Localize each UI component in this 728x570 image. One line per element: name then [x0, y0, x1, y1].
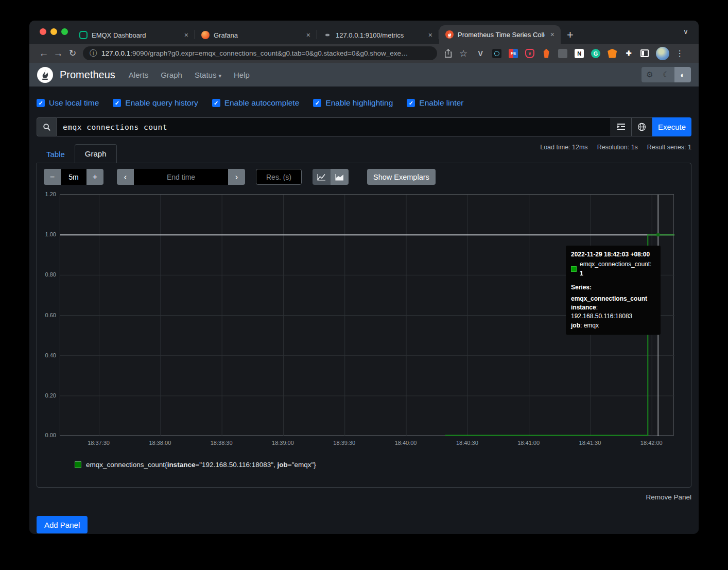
query-history-icon[interactable]	[611, 117, 632, 136]
close-tab-icon[interactable]: ×	[549, 30, 556, 39]
tab-table[interactable]: Table	[37, 145, 75, 163]
checkbox-checked-icon[interactable]: ✓	[407, 99, 415, 107]
reload-icon[interactable]: ↻	[65, 48, 80, 59]
x-axis-tick-label: 18:39:30	[333, 440, 355, 446]
checkbox-checked-icon[interactable]: ✓	[113, 99, 121, 107]
tooltip-value-row: emqx_connections_count: 1	[571, 260, 655, 278]
checkbox-checked-icon[interactable]: ✓	[313, 99, 321, 107]
resolution-input[interactable]	[256, 169, 302, 185]
back-icon[interactable]: ←	[37, 48, 51, 59]
profile-avatar[interactable]	[656, 47, 669, 60]
tooltip-instance: instance: 192.168.50.116:18083	[571, 303, 655, 321]
option-enable-highlighting[interactable]: ✓Enable highlighting	[313, 98, 393, 108]
query-expression-input[interactable]	[57, 117, 611, 136]
nav-help[interactable]: Help	[234, 71, 250, 79]
x-axis-tick-label: 18:40:00	[395, 440, 417, 446]
lighthouse-icon[interactable]	[542, 49, 551, 58]
tab-node-metrics[interactable]: 127.0.0.1:9100/metrics ×	[317, 26, 439, 44]
forward-icon[interactable]: →	[51, 48, 65, 59]
x-axis-tick-label: 18:38:30	[211, 440, 233, 446]
pocket-icon[interactable]: ∨	[525, 49, 534, 58]
option-enable-linter[interactable]: ✓Enable linter	[407, 98, 463, 108]
tab-title: Grafana	[214, 31, 301, 39]
browser-window: EMQX Dashboard × Grafana × 127.0.0.1:910…	[29, 21, 699, 534]
react-devtools-icon[interactable]	[492, 49, 501, 58]
tab-graph[interactable]: Graph	[75, 144, 117, 163]
tab-title: EMQX Dashboard	[92, 31, 179, 39]
chevron-down-icon: ▾	[218, 73, 221, 79]
bookmark-star-icon[interactable]: ☆	[459, 48, 467, 59]
vue-devtools-icon[interactable]: V	[476, 49, 485, 58]
end-time-input[interactable]	[134, 169, 228, 185]
y-axis-tick-label: 1.20	[37, 191, 56, 197]
time-forward-button[interactable]: ›	[228, 169, 245, 185]
tooltip-job: job: emqx	[571, 321, 655, 330]
nav-graph[interactable]: Graph	[161, 71, 182, 79]
grammarly-icon[interactable]: G	[591, 49, 600, 58]
fe-extension-icon[interactable]: FE	[509, 49, 518, 58]
execute-button[interactable]: Execute	[652, 117, 691, 136]
remove-panel-link[interactable]: Remove Panel	[646, 493, 691, 501]
browser-tabs: EMQX Dashboard × Grafana × 127.0.0.1:910…	[73, 21, 574, 44]
url-host: 127.0.0.1	[101, 49, 130, 57]
tooltip-swatch-icon	[571, 266, 577, 272]
chart-tooltip: 2022-11-29 18:42:03 +08:00 emqx_connecti…	[566, 246, 661, 335]
share-icon[interactable]	[444, 49, 452, 58]
emqx-favicon-icon	[79, 31, 88, 39]
tab-prometheus-active[interactable]: Prometheus Time Series Collec ×	[439, 25, 561, 44]
notion-icon[interactable]: N	[575, 49, 584, 58]
brand-title: Prometheus	[60, 69, 115, 81]
auto-theme-contrast-icon[interactable]: ◐	[674, 67, 691, 82]
tooltip-timestamp: 2022-11-29 18:42:03 +08:00	[571, 250, 655, 259]
url-path: :9090/graph?g0.expr=emqx_connections_cou…	[130, 49, 408, 57]
link-favicon-icon	[323, 31, 332, 39]
range-increase-button[interactable]: +	[86, 169, 103, 185]
browser-menu-icon[interactable]: ⋮	[675, 48, 684, 58]
checkbox-checked-icon[interactable]: ✓	[37, 99, 45, 107]
tab-grafana[interactable]: Grafana ×	[195, 26, 317, 44]
close-window-button[interactable]	[40, 28, 46, 35]
add-panel-button[interactable]: Add Panel	[37, 516, 88, 533]
end-time-picker: ‹ ›	[117, 169, 245, 185]
sidebar-toggle-icon[interactable]	[640, 49, 649, 57]
address-bar[interactable]: ⓘ 127.0.0.1:9090/graph?g0.expr=emqx_conn…	[83, 46, 437, 60]
prometheus-favicon-icon	[445, 30, 454, 39]
time-back-button[interactable]: ‹	[117, 169, 134, 185]
extensions-puzzle-icon[interactable]: ✚	[624, 49, 633, 58]
nav-status-dropdown[interactable]: Status▾	[195, 71, 221, 79]
chart-type-toggle	[313, 169, 349, 185]
option-use-local-time[interactable]: ✓Use local time	[37, 98, 99, 108]
disabled-extension-icon[interactable]	[558, 49, 567, 58]
option-enable-query-history[interactable]: ✓Enable query history	[113, 98, 198, 108]
tab-title: 127.0.0.1:9100/metrics	[336, 31, 423, 39]
legend-swatch-icon	[75, 461, 81, 468]
minimize-window-button[interactable]	[50, 28, 57, 35]
tab-search-chevron-icon[interactable]: ∨	[683, 27, 688, 36]
window-controls	[40, 28, 68, 35]
load-time: Load time: 12ms	[540, 144, 587, 151]
metrics-explorer-globe-icon[interactable]	[632, 117, 652, 136]
maximize-window-button[interactable]	[61, 28, 68, 35]
dark-theme-moon-icon[interactable]: ☾	[658, 67, 674, 82]
close-tab-icon[interactable]: ×	[305, 31, 311, 39]
close-tab-icon[interactable]: ×	[427, 31, 434, 39]
tab-emqx-dashboard[interactable]: EMQX Dashboard ×	[73, 26, 195, 44]
line-chart-icon[interactable]	[313, 169, 331, 185]
remove-panel-row: Remove Panel	[29, 488, 699, 503]
x-axis-tick-label: 18:37:30	[88, 440, 110, 446]
chart-legend[interactable]: emqx_connections_count{instance="192.168…	[75, 461, 316, 469]
settings-gear-icon[interactable]: ⚙	[642, 67, 658, 82]
nav-alerts[interactable]: Alerts	[129, 71, 148, 79]
close-tab-icon[interactable]: ×	[183, 31, 189, 39]
page-info-icon[interactable]: ⓘ	[90, 49, 97, 58]
new-tab-button[interactable]: +	[567, 30, 574, 40]
stacked-chart-icon[interactable]	[331, 169, 349, 185]
option-enable-autocomplete[interactable]: ✓Enable autocomplete	[212, 98, 300, 108]
y-axis-tick-label: 0.00	[37, 432, 56, 438]
range-value-input[interactable]	[61, 169, 86, 185]
metamask-icon[interactable]	[608, 49, 617, 58]
checkbox-checked-icon[interactable]: ✓	[212, 99, 220, 107]
tab-title: Prometheus Time Series Collec	[458, 31, 545, 39]
show-exemplars-button[interactable]: Show Exemplars	[367, 169, 436, 185]
range-decrease-button[interactable]: −	[44, 169, 61, 185]
